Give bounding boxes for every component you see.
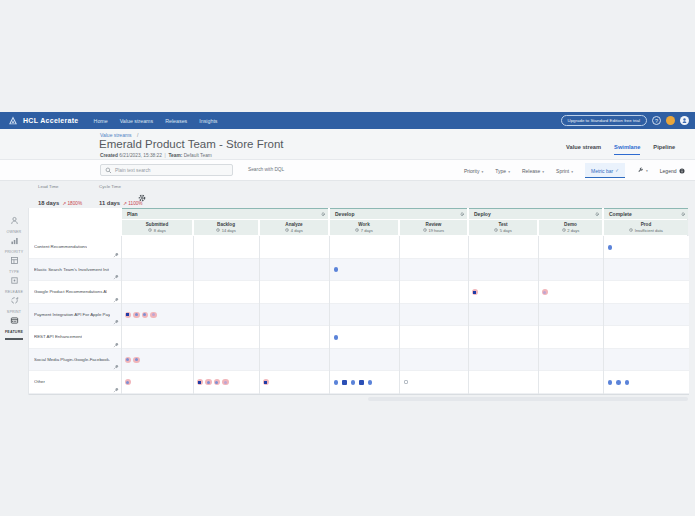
legend-button[interactable]: Legend <box>660 168 685 174</box>
pin-icon[interactable] <box>113 364 119 370</box>
work-item-dot[interactable] <box>351 380 356 385</box>
work-item-dot-core <box>126 313 129 316</box>
breadcrumb-link[interactable]: Value streams <box>100 132 132 138</box>
chevron-down-icon: ▾ <box>542 170 544 174</box>
work-item-dot[interactable] <box>342 380 347 385</box>
search-icon <box>105 167 112 174</box>
search-with-dql-link[interactable]: Search with DQL <box>248 167 284 172</box>
customize-button[interactable]: ▾ <box>637 167 648 174</box>
search-input[interactable]: Plain text search <box>100 164 233 176</box>
work-item-dot[interactable] <box>142 312 148 318</box>
filter-type[interactable]: Type▾ <box>495 168 510 174</box>
priority-icon <box>10 236 19 245</box>
gear-icon[interactable] <box>138 194 146 202</box>
search-placeholder: Plain text search <box>115 168 150 173</box>
column-name: Demo <box>539 222 602 227</box>
tab-value-stream[interactable]: Value stream <box>566 144 601 155</box>
metric-settings-button[interactable] <box>138 188 146 206</box>
column-divider <box>329 236 330 394</box>
help-icon[interactable]: ? <box>652 116 661 125</box>
swimlane-row <box>29 259 689 282</box>
work-item-dot[interactable] <box>625 380 630 385</box>
work-item-dot[interactable] <box>334 335 339 340</box>
release-icon <box>10 276 19 285</box>
work-item-dot[interactable] <box>150 312 156 318</box>
filter-release[interactable]: Release▾ <box>522 168 544 174</box>
metric-bar-toggle[interactable]: Metric bar ✓ <box>585 163 625 178</box>
pin-icon[interactable] <box>113 252 119 258</box>
cycle-time-label: Cycle Time <box>99 184 142 189</box>
tab-pipeline[interactable]: Pipeline <box>653 144 675 155</box>
filter-label: Release <box>522 168 540 174</box>
sidebar-item-feature[interactable]: FEATURE <box>0 311 28 334</box>
pin-icon[interactable] <box>113 387 119 393</box>
work-item-dot-core <box>215 381 218 384</box>
phase-settings-button[interactable] <box>595 212 600 217</box>
filter-priority[interactable]: Priority▾ <box>464 168 483 174</box>
column-divider <box>468 236 469 394</box>
phase-settings-button[interactable] <box>460 212 465 217</box>
work-item-dot[interactable] <box>125 312 131 318</box>
active-group-underline <box>5 338 23 340</box>
phase-settings-button[interactable] <box>321 212 326 217</box>
phase-name: Complete <box>609 211 632 217</box>
tab-swimlane[interactable]: Swimlane <box>614 144 640 155</box>
pin-icon[interactable] <box>113 319 119 325</box>
work-item-dot-core <box>198 381 201 384</box>
work-item-dot[interactable] <box>359 380 364 385</box>
gear-icon[interactable] <box>681 212 686 217</box>
horizontal-scrollbar[interactable] <box>368 397 688 401</box>
work-item-dot[interactable] <box>608 380 613 385</box>
nav-item-insights[interactable]: Insights <box>199 118 217 124</box>
column-header-demo: Demo 2 days <box>539 220 602 235</box>
notifications-icon[interactable] <box>666 116 675 125</box>
phase-header-complete: Complete <box>604 208 688 219</box>
column-duration: 4 days <box>291 228 303 233</box>
work-item-dot-core <box>152 313 155 316</box>
clock-icon <box>148 228 152 232</box>
work-item-dot[interactable] <box>368 380 373 385</box>
filter-sprint[interactable]: Sprint▾ <box>556 168 573 174</box>
chevron-down-icon: ▾ <box>508 170 510 174</box>
work-item-dot[interactable] <box>133 312 139 318</box>
gear-icon[interactable] <box>595 212 600 217</box>
cycle-time-metric: Cycle Time 11 days↗ 1100% <box>99 184 142 209</box>
column-header-test: Test 5 days <box>469 220 537 235</box>
cycle-time-value: 11 days <box>99 200 120 206</box>
column-duration: 7 days <box>361 228 373 233</box>
column-divider <box>538 236 539 394</box>
nav-item-value-streams[interactable]: Value streams <box>120 118 153 124</box>
upgrade-button[interactable]: Upgrade to Standard Edition free trial <box>561 115 648 126</box>
nav-item-home[interactable]: Home <box>94 118 108 124</box>
work-item-dot[interactable] <box>616 380 621 385</box>
owner-icon <box>10 216 19 225</box>
gear-icon[interactable] <box>460 212 465 217</box>
pin-icon[interactable] <box>113 342 119 348</box>
work-item-dot[interactable] <box>133 357 139 363</box>
clock-icon <box>629 228 633 232</box>
column-divider <box>121 236 122 394</box>
column-divider <box>399 236 400 394</box>
column-divider <box>193 236 194 394</box>
user-avatar[interactable] <box>680 116 689 125</box>
team-label: Team: <box>169 153 183 158</box>
phase-settings-button[interactable] <box>681 212 686 217</box>
sidebar-item-label: FEATURE <box>0 330 28 334</box>
work-item-dot[interactable] <box>334 380 339 385</box>
work-item-dot[interactable] <box>608 245 613 250</box>
pin-icon[interactable] <box>113 274 119 280</box>
work-item-dot[interactable] <box>125 357 131 363</box>
work-item-dot[interactable] <box>404 380 408 384</box>
column-name: Analyze <box>260 222 328 227</box>
work-item-dot-core <box>143 313 146 316</box>
pin-icon[interactable] <box>113 297 119 303</box>
metric-bar-label: Metric bar <box>591 168 613 174</box>
hcl-logo-icon <box>8 116 18 125</box>
row-label: Elastic Search Team's Involvement Init <box>34 267 109 272</box>
nav-item-releases[interactable]: Releases <box>165 118 187 124</box>
gear-icon[interactable] <box>321 212 326 217</box>
column-duration: 19 hours <box>428 228 444 233</box>
column-name: Backlog <box>194 222 258 227</box>
column-header-analyze: Analyze 4 days <box>260 220 328 235</box>
work-item-dot-core <box>135 313 138 316</box>
